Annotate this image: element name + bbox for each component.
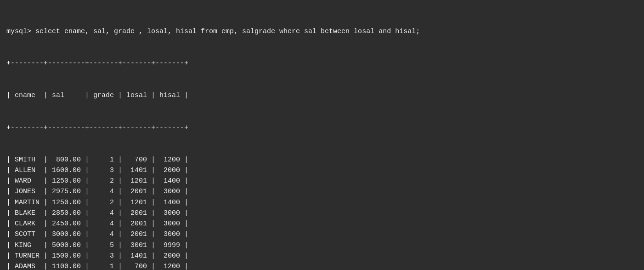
table-row: | ADAMS | 1100.00 | 1 | 700 | 1200 |	[6, 261, 638, 270]
table-row: | TURNER | 1500.00 | 3 | 1401 | 2000 |	[6, 251, 638, 261]
sql-prompt: mysql> select ename, sal, grade , losal,…	[6, 26, 638, 37]
table-row: | BLAKE | 2850.00 | 4 | 2001 | 3000 |	[6, 208, 638, 218]
terminal-output: mysql> select ename, sal, grade , losal,…	[6, 5, 638, 270]
table-row: | ALLEN | 1600.00 | 3 | 1401 | 2000 |	[6, 165, 638, 176]
table-row: | MARTIN | 1250.00 | 2 | 1201 | 1400 |	[6, 197, 638, 208]
table-row: | SCOTT | 3000.00 | 4 | 2001 | 3000 |	[6, 229, 638, 240]
table-row: | WARD | 1250.00 | 2 | 1201 | 1400 |	[6, 176, 638, 186]
table-row: | SMITH | 800.00 | 1 | 700 | 1200 |	[6, 155, 638, 165]
table-rows: | SMITH | 800.00 | 1 | 700 | 1200 || ALL…	[6, 155, 638, 270]
table-header: | ename | sal | grade | losal | hisal |	[6, 90, 638, 101]
table-row: | JONES | 2975.00 | 4 | 2001 | 3000 |	[6, 186, 638, 197]
table-row: | KING | 5000.00 | 5 | 3001 | 9999 |	[6, 240, 638, 251]
separator-mid: +--------+---------+-------+-------+----…	[6, 122, 638, 133]
separator-top: +--------+---------+-------+-------+----…	[6, 58, 638, 69]
table-row: | CLARK | 2450.00 | 4 | 2001 | 3000 |	[6, 218, 638, 229]
